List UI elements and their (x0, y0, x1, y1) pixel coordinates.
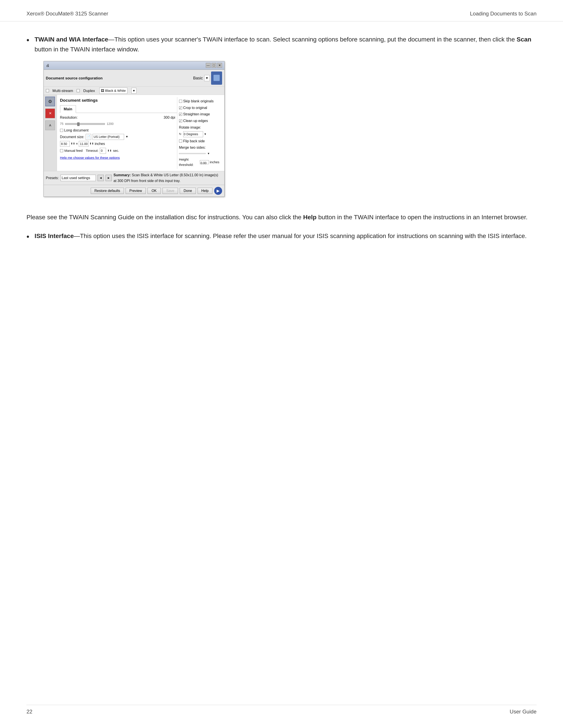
para-text2: button in the TWAIN interface to open th… (317, 214, 528, 221)
duplex-label: Duplex (83, 88, 95, 94)
merge-select-row: ▼ (179, 152, 219, 156)
done-button[interactable]: Done (180, 188, 195, 194)
scanner-dialog: 🖨 — □ ✕ Document source configuration Ba… (43, 61, 224, 197)
presets-select[interactable]: Last used settings (60, 175, 96, 181)
straighten-image-row: Straighten image (179, 111, 219, 117)
doc-size-dropdown[interactable]: ▼ (125, 135, 128, 139)
color-mode-dropdown[interactable]: ▼ (131, 88, 137, 94)
preview-button[interactable]: Preview (126, 188, 146, 194)
tab-main[interactable]: Main (60, 105, 76, 113)
rotate-label: Rotate image: (179, 125, 201, 130)
straighten-image-label: Straighten image (183, 111, 210, 117)
bullet1-emdash: — (108, 36, 114, 43)
timeout-label: Timeout: (86, 148, 98, 153)
sidebar-text-icon[interactable]: A (45, 120, 55, 130)
footer-right: User Guide (510, 709, 537, 715)
bullet-dot-1: • (26, 36, 29, 203)
dialog-presets: Presets: Last used settings ◄ ► Summary:… (44, 171, 224, 185)
bullet1-scan: Scan (517, 36, 531, 43)
header-right: Loading Documents to Scan (470, 11, 537, 17)
color-mode-button[interactable]: 🖼 Black & White (99, 88, 127, 94)
dim-arrows2: ⬆⬇ (89, 142, 94, 146)
dialog-close-button[interactable]: ✕ (217, 63, 222, 68)
multistream-checkbox[interactable] (46, 89, 49, 92)
duplex-checkbox[interactable] (77, 89, 80, 92)
height-threshold-row: Height threshold: 0.00 inches (179, 157, 219, 167)
presets-next-button[interactable]: ► (105, 175, 112, 181)
slider-max: 1200 (107, 121, 113, 126)
doc-size-row: Document size: 📄 US Letter (Portrait) ▼ (60, 134, 177, 140)
multistream-label: Multi-stream (53, 88, 73, 94)
clean-up-edges-row: Clean up edges (179, 118, 219, 124)
page-content: • TWAIN and WIA Interface—This option us… (0, 21, 563, 263)
rotate-select-row: ↻ 0 Degrees ▼ (179, 131, 219, 137)
clean-up-edges-label: Clean up edges (183, 118, 208, 124)
para-help-bold: Help (303, 214, 317, 221)
merge-label: Merge two sides: (179, 145, 206, 150)
rotate-row: Rotate image: (179, 125, 219, 130)
mode-dropdown[interactable]: ▼ (204, 75, 210, 81)
dialog-buttons: Restore defaults Preview OK Save Done He… (44, 185, 224, 197)
dim-width[interactable]: 8.50 (60, 141, 70, 147)
save-button[interactable]: Save (162, 188, 178, 194)
doc-size-select[interactable]: US Letter (Portrait) (92, 134, 124, 140)
crop-to-original-label: Crop to original (183, 105, 207, 111)
bullet-item-2: • ISIS Interface—This option uses the IS… (26, 231, 537, 241)
rotate-select[interactable]: 0 Degrees (183, 131, 203, 137)
skip-blank-label: Skip blank originals (183, 98, 214, 104)
dim-unit: inches (95, 141, 105, 147)
clean-up-edges-checkbox[interactable] (179, 119, 182, 122)
dialog-minimize-button[interactable]: — (206, 63, 211, 68)
paragraph-text: Please see the TWAIN Scanning Guide on t… (26, 212, 537, 222)
summary-text: Scan Black & White US Letter (8.50x11.00… (132, 173, 218, 177)
resolution-slider[interactable] (65, 123, 105, 125)
doc-size-label: Document size: (60, 134, 84, 140)
bullet1-text2: button in the TWAIN interface window. (35, 46, 139, 53)
dialog-body: ⚙ ✕ A Document settings Main (44, 95, 224, 171)
dim-height[interactable]: 11.00 (79, 141, 88, 147)
mode-select-group: Basic ▼ (193, 71, 222, 85)
merge-dropdown[interactable]: ▼ (207, 152, 210, 156)
dim-x: × (76, 141, 78, 147)
bullet-text-2: ISIS Interface—This option uses the ISIS… (35, 231, 527, 241)
crop-to-original-row: Crop to original (179, 105, 219, 111)
timeout-arrows: ⬆⬇ (107, 149, 112, 153)
dialog-maximize-button[interactable]: □ (211, 63, 216, 68)
dialog-sidebar: ⚙ ✕ A (44, 95, 57, 171)
presets-label: Presets: (46, 175, 59, 181)
long-document-checkbox[interactable] (60, 129, 63, 132)
summary-label: Summary: (113, 173, 131, 177)
help-button[interactable]: Help (197, 188, 212, 194)
skip-blank-checkbox[interactable] (179, 100, 182, 103)
height-threshold-value[interactable]: 0.00 (200, 160, 209, 164)
manual-feed-checkbox[interactable] (60, 149, 63, 152)
source-config-label: Document source configuration (46, 75, 103, 81)
ok-button[interactable]: OK (147, 188, 161, 194)
manual-feed-label: Manual feed (64, 148, 83, 153)
sidebar-scan-icon[interactable]: ✕ (45, 109, 55, 118)
bullet2-emdash: — (74, 233, 80, 239)
restore-defaults-button[interactable]: Restore defaults (91, 188, 124, 194)
slider-row: 75 1200 (60, 121, 177, 126)
presets-prev-button[interactable]: ◄ (98, 175, 104, 181)
scanner-image (211, 71, 222, 85)
rotate-dropdown[interactable]: ▼ (204, 132, 207, 136)
straighten-image-checkbox[interactable] (179, 113, 182, 116)
crop-to-original-checkbox[interactable] (179, 106, 182, 109)
dialog-titlebar: 🖨 — □ ✕ (44, 61, 224, 70)
flip-back-checkbox[interactable] (179, 139, 182, 143)
resolution-label: Resolution: (60, 115, 78, 120)
merge-select[interactable] (179, 153, 205, 154)
scan-quick-button[interactable]: ▶ (214, 187, 222, 195)
sidebar-settings-icon[interactable]: ⚙ (45, 97, 55, 106)
rotate-icon: ↻ (179, 132, 181, 137)
merge-row: Merge two sides: (179, 145, 219, 150)
timeout-value[interactable]: 0 (100, 148, 106, 154)
dialog-titlebar-controls: — □ ✕ (206, 63, 222, 68)
summary-area: Summary: Scan Black & White US Letter (8… (113, 172, 222, 184)
doc-settings-title: Document settings (60, 97, 177, 104)
flip-back-row: Flip back side (179, 138, 219, 144)
mode-label: Basic (193, 75, 203, 81)
help-link[interactable]: Help me choose values for these options (60, 155, 177, 160)
bullet-item-1: • TWAIN and WIA Interface—This option us… (26, 35, 537, 203)
